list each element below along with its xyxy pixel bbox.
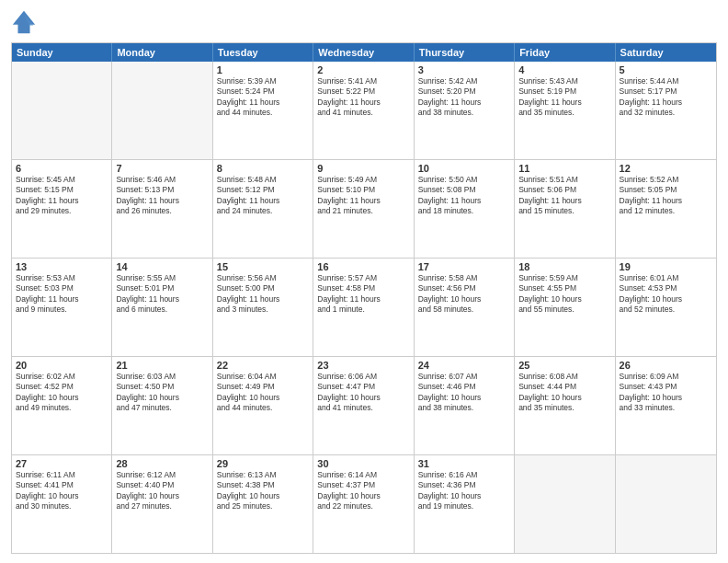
calendar-cell-1-4: 10Sunrise: 5:50 AM Sunset: 5:08 PM Dayli…	[415, 160, 515, 258]
cell-info: Sunrise: 6:11 AM Sunset: 4:41 PM Dayligh…	[16, 470, 108, 512]
calendar-cell-3-5: 25Sunrise: 6:08 AM Sunset: 4:44 PM Dayli…	[515, 357, 615, 454]
day-number: 19	[620, 261, 712, 272]
day-number: 14	[116, 261, 208, 272]
header	[11, 9, 717, 35]
day-number: 22	[217, 360, 309, 371]
day-number: 6	[16, 163, 108, 174]
day-number: 26	[620, 360, 712, 371]
day-number: 17	[418, 261, 510, 272]
calendar-cell-0-5: 4Sunrise: 5:43 AM Sunset: 5:19 PM Daylig…	[515, 62, 615, 159]
cell-info: Sunrise: 6:02 AM Sunset: 4:52 PM Dayligh…	[16, 372, 108, 414]
day-number: 15	[217, 261, 309, 272]
calendar-cell-2-5: 18Sunrise: 5:59 AM Sunset: 4:55 PM Dayli…	[515, 259, 615, 356]
calendar-header: SundayMondayTuesdayWednesdayThursdayFrid…	[12, 43, 716, 62]
calendar-cell-4-2: 29Sunrise: 6:13 AM Sunset: 4:38 PM Dayli…	[213, 455, 313, 553]
cell-info: Sunrise: 5:41 AM Sunset: 5:22 PM Dayligh…	[317, 76, 409, 119]
cell-info: Sunrise: 5:52 AM Sunset: 5:05 PM Dayligh…	[620, 175, 712, 217]
cell-info: Sunrise: 6:16 AM Sunset: 4:36 PM Dayligh…	[418, 470, 510, 512]
calendar: SundayMondayTuesdayWednesdayThursdayFrid…	[11, 42, 717, 554]
cell-info: Sunrise: 5:45 AM Sunset: 5:15 PM Dayligh…	[16, 175, 108, 217]
calendar-cell-4-6	[616, 455, 716, 553]
day-number: 1	[217, 64, 309, 75]
calendar-cell-4-5	[515, 455, 615, 553]
day-number: 21	[116, 360, 208, 371]
day-number: 7	[116, 163, 208, 174]
cell-info: Sunrise: 5:57 AM Sunset: 4:58 PM Dayligh…	[317, 273, 409, 316]
cell-info: Sunrise: 6:07 AM Sunset: 4:46 PM Dayligh…	[418, 372, 510, 414]
calendar-cell-2-2: 15Sunrise: 5:56 AM Sunset: 5:00 PM Dayli…	[213, 259, 313, 356]
day-number: 30	[317, 458, 409, 469]
calendar-cell-4-0: 27Sunrise: 6:11 AM Sunset: 4:41 PM Dayli…	[12, 455, 112, 553]
calendar-cell-2-1: 14Sunrise: 5:55 AM Sunset: 5:01 PM Dayli…	[112, 259, 212, 356]
calendar-cell-1-0: 6Sunrise: 5:45 AM Sunset: 5:15 PM Daylig…	[12, 160, 112, 258]
day-header-friday: Friday	[515, 43, 615, 62]
calendar-cell-0-3: 2Sunrise: 5:41 AM Sunset: 5:22 PM Daylig…	[313, 62, 414, 159]
cell-info: Sunrise: 5:59 AM Sunset: 4:55 PM Dayligh…	[518, 273, 610, 316]
logo-icon	[11, 9, 37, 35]
calendar-cell-3-3: 23Sunrise: 6:06 AM Sunset: 4:47 PM Dayli…	[313, 357, 414, 454]
calendar-cell-4-4: 31Sunrise: 6:16 AM Sunset: 4:36 PM Dayli…	[415, 455, 515, 553]
cell-info: Sunrise: 6:06 AM Sunset: 4:47 PM Dayligh…	[317, 372, 409, 414]
cell-info: Sunrise: 5:51 AM Sunset: 5:06 PM Dayligh…	[518, 175, 610, 217]
day-number: 20	[16, 360, 108, 371]
cell-info: Sunrise: 5:46 AM Sunset: 5:13 PM Dayligh…	[116, 175, 208, 217]
cell-info: Sunrise: 5:58 AM Sunset: 4:56 PM Dayligh…	[418, 273, 510, 316]
cell-info: Sunrise: 6:03 AM Sunset: 4:50 PM Dayligh…	[116, 372, 208, 414]
cell-info: Sunrise: 5:48 AM Sunset: 5:12 PM Dayligh…	[217, 175, 309, 217]
calendar-cell-4-1: 28Sunrise: 6:12 AM Sunset: 4:40 PM Dayli…	[112, 455, 212, 553]
day-header-thursday: Thursday	[415, 43, 515, 62]
calendar-cell-3-6: 26Sunrise: 6:09 AM Sunset: 4:43 PM Dayli…	[616, 357, 716, 454]
calendar-cell-0-6: 5Sunrise: 5:44 AM Sunset: 5:17 PM Daylig…	[616, 62, 716, 159]
day-number: 10	[418, 163, 510, 174]
day-number: 4	[518, 64, 610, 75]
day-number: 23	[317, 360, 409, 371]
calendar-cell-0-0	[12, 62, 112, 159]
calendar-cell-4-3: 30Sunrise: 6:14 AM Sunset: 4:37 PM Dayli…	[313, 455, 414, 553]
cell-info: Sunrise: 5:39 AM Sunset: 5:24 PM Dayligh…	[217, 76, 309, 119]
day-header-wednesday: Wednesday	[313, 43, 414, 62]
cell-info: Sunrise: 5:42 AM Sunset: 5:20 PM Dayligh…	[418, 76, 510, 119]
day-header-sunday: Sunday	[12, 43, 112, 62]
day-number: 9	[317, 163, 409, 174]
day-number: 28	[116, 458, 208, 469]
calendar-row-4: 27Sunrise: 6:11 AM Sunset: 4:41 PM Dayli…	[12, 454, 716, 553]
calendar-cell-3-4: 24Sunrise: 6:07 AM Sunset: 4:46 PM Dayli…	[415, 357, 515, 454]
day-header-saturday: Saturday	[616, 43, 716, 62]
cell-info: Sunrise: 5:44 AM Sunset: 5:17 PM Dayligh…	[620, 76, 712, 119]
calendar-cell-2-6: 19Sunrise: 6:01 AM Sunset: 4:53 PM Dayli…	[616, 259, 716, 356]
cell-info: Sunrise: 5:43 AM Sunset: 5:19 PM Dayligh…	[518, 76, 610, 119]
logo	[11, 9, 40, 35]
cell-info: Sunrise: 5:49 AM Sunset: 5:10 PM Dayligh…	[317, 175, 409, 217]
day-number: 27	[16, 458, 108, 469]
day-number: 2	[317, 64, 409, 75]
cell-info: Sunrise: 6:12 AM Sunset: 4:40 PM Dayligh…	[116, 470, 208, 512]
calendar-cell-2-4: 17Sunrise: 5:58 AM Sunset: 4:56 PM Dayli…	[415, 259, 515, 356]
calendar-cell-3-0: 20Sunrise: 6:02 AM Sunset: 4:52 PM Dayli…	[12, 357, 112, 454]
cell-info: Sunrise: 5:55 AM Sunset: 5:01 PM Dayligh…	[116, 273, 208, 316]
calendar-cell-0-1	[112, 62, 212, 159]
calendar-cell-2-0: 13Sunrise: 5:53 AM Sunset: 5:03 PM Dayli…	[12, 259, 112, 356]
calendar-row-0: 1Sunrise: 5:39 AM Sunset: 5:24 PM Daylig…	[12, 62, 716, 159]
calendar-row-2: 13Sunrise: 5:53 AM Sunset: 5:03 PM Dayli…	[12, 258, 716, 356]
cell-info: Sunrise: 6:04 AM Sunset: 4:49 PM Dayligh…	[217, 372, 309, 414]
day-number: 3	[418, 64, 510, 75]
cell-info: Sunrise: 5:56 AM Sunset: 5:00 PM Dayligh…	[217, 273, 309, 316]
calendar-row-1: 6Sunrise: 5:45 AM Sunset: 5:15 PM Daylig…	[12, 159, 716, 258]
day-number: 25	[518, 360, 610, 371]
day-number: 29	[217, 458, 309, 469]
calendar-cell-3-1: 21Sunrise: 6:03 AM Sunset: 4:50 PM Dayli…	[112, 357, 212, 454]
calendar-cell-1-6: 12Sunrise: 5:52 AM Sunset: 5:05 PM Dayli…	[616, 160, 716, 258]
day-number: 12	[620, 163, 712, 174]
cell-info: Sunrise: 6:08 AM Sunset: 4:44 PM Dayligh…	[518, 372, 610, 414]
day-number: 24	[418, 360, 510, 371]
calendar-cell-1-5: 11Sunrise: 5:51 AM Sunset: 5:06 PM Dayli…	[515, 160, 615, 258]
day-number: 13	[16, 261, 108, 272]
cell-info: Sunrise: 6:09 AM Sunset: 4:43 PM Dayligh…	[620, 372, 712, 414]
day-number: 11	[518, 163, 610, 174]
day-number: 16	[317, 261, 409, 272]
calendar-row-3: 20Sunrise: 6:02 AM Sunset: 4:52 PM Dayli…	[12, 356, 716, 454]
calendar-cell-1-1: 7Sunrise: 5:46 AM Sunset: 5:13 PM Daylig…	[112, 160, 212, 258]
cell-info: Sunrise: 5:53 AM Sunset: 5:03 PM Dayligh…	[16, 273, 108, 316]
day-number: 8	[217, 163, 309, 174]
calendar-body: 1Sunrise: 5:39 AM Sunset: 5:24 PM Daylig…	[12, 62, 716, 553]
